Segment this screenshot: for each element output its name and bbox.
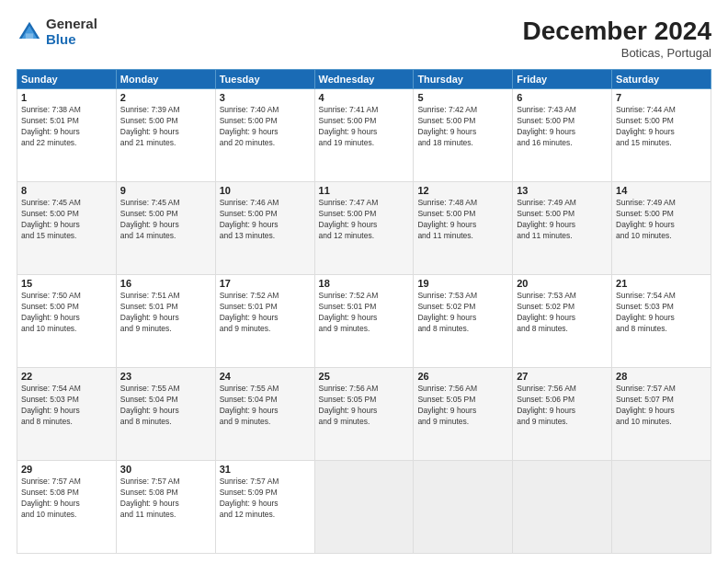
calendar-cell: 2Sunrise: 7:39 AM Sunset: 5:00 PM Daylig…	[116, 89, 215, 182]
day-info: Sunrise: 7:56 AM Sunset: 5:06 PM Dayligh…	[517, 384, 608, 428]
day-info: Sunrise: 7:47 AM Sunset: 5:00 PM Dayligh…	[319, 198, 410, 242]
calendar-week-row: 8Sunrise: 7:45 AM Sunset: 5:00 PM Daylig…	[17, 182, 711, 275]
page: General Blue December 2024 Boticas, Port…	[0, 0, 728, 563]
calendar-cell: 29Sunrise: 7:57 AM Sunset: 5:08 PM Dayli…	[17, 461, 117, 554]
day-number: 6	[517, 92, 608, 103]
day-number: 25	[319, 371, 410, 382]
day-header-friday: Friday	[513, 70, 612, 89]
day-number: 11	[319, 185, 410, 196]
day-header-tuesday: Tuesday	[215, 70, 314, 89]
day-number: 26	[417, 371, 508, 382]
calendar-cell: 7Sunrise: 7:44 AM Sunset: 5:00 PM Daylig…	[612, 89, 711, 182]
day-header-thursday: Thursday	[414, 70, 513, 89]
day-info: Sunrise: 7:56 AM Sunset: 5:05 PM Dayligh…	[319, 384, 410, 428]
day-info: Sunrise: 7:54 AM Sunset: 5:03 PM Dayligh…	[21, 384, 112, 428]
calendar-cell: 17Sunrise: 7:52 AM Sunset: 5:01 PM Dayli…	[215, 275, 314, 368]
day-number: 8	[21, 185, 112, 196]
day-number: 10	[220, 185, 311, 196]
day-header-wednesday: Wednesday	[314, 70, 414, 89]
month-title: December 2024	[523, 17, 711, 46]
calendar-cell: 15Sunrise: 7:50 AM Sunset: 5:00 PM Dayli…	[17, 275, 117, 368]
day-info: Sunrise: 7:55 AM Sunset: 5:04 PM Dayligh…	[120, 384, 211, 428]
day-number: 7	[616, 92, 707, 103]
calendar-week-row: 22Sunrise: 7:54 AM Sunset: 5:03 PM Dayli…	[17, 368, 711, 461]
calendar-cell: 13Sunrise: 7:49 AM Sunset: 5:00 PM Dayli…	[513, 182, 612, 275]
day-info: Sunrise: 7:39 AM Sunset: 5:00 PM Dayligh…	[120, 105, 211, 149]
day-number: 19	[417, 278, 508, 289]
day-number: 20	[517, 278, 608, 289]
calendar-cell: 14Sunrise: 7:49 AM Sunset: 5:00 PM Dayli…	[612, 182, 711, 275]
day-info: Sunrise: 7:53 AM Sunset: 5:02 PM Dayligh…	[417, 291, 508, 335]
calendar-cell: 23Sunrise: 7:55 AM Sunset: 5:04 PM Dayli…	[116, 368, 215, 461]
calendar-cell: 6Sunrise: 7:43 AM Sunset: 5:00 PM Daylig…	[513, 89, 612, 182]
calendar-cell: 27Sunrise: 7:56 AM Sunset: 5:06 PM Dayli…	[513, 368, 612, 461]
calendar-cell: 8Sunrise: 7:45 AM Sunset: 5:00 PM Daylig…	[17, 182, 117, 275]
day-header-monday: Monday	[116, 70, 215, 89]
day-number: 24	[220, 371, 311, 382]
calendar-cell: 5Sunrise: 7:42 AM Sunset: 5:00 PM Daylig…	[414, 89, 513, 182]
calendar-cell: 26Sunrise: 7:56 AM Sunset: 5:05 PM Dayli…	[414, 368, 513, 461]
calendar-cell: 4Sunrise: 7:41 AM Sunset: 5:00 PM Daylig…	[314, 89, 414, 182]
calendar-cell: 3Sunrise: 7:40 AM Sunset: 5:00 PM Daylig…	[215, 89, 314, 182]
calendar-cell: 22Sunrise: 7:54 AM Sunset: 5:03 PM Dayli…	[17, 368, 117, 461]
calendar-cell	[314, 461, 414, 554]
calendar-cell: 24Sunrise: 7:55 AM Sunset: 5:04 PM Dayli…	[215, 368, 314, 461]
day-info: Sunrise: 7:43 AM Sunset: 5:00 PM Dayligh…	[517, 105, 608, 149]
day-info: Sunrise: 7:40 AM Sunset: 5:00 PM Dayligh…	[220, 105, 311, 149]
svg-rect-2	[26, 33, 33, 39]
calendar-cell: 25Sunrise: 7:56 AM Sunset: 5:05 PM Dayli…	[314, 368, 414, 461]
day-info: Sunrise: 7:53 AM Sunset: 5:02 PM Dayligh…	[517, 291, 608, 335]
calendar-cell: 9Sunrise: 7:45 AM Sunset: 5:00 PM Daylig…	[116, 182, 215, 275]
day-info: Sunrise: 7:52 AM Sunset: 5:01 PM Dayligh…	[319, 291, 410, 335]
calendar-cell	[612, 461, 711, 554]
day-number: 15	[21, 278, 112, 289]
day-header-sunday: Sunday	[17, 70, 117, 89]
day-info: Sunrise: 7:49 AM Sunset: 5:00 PM Dayligh…	[616, 198, 707, 242]
day-number: 16	[120, 278, 211, 289]
logo-blue-text: Blue	[46, 32, 97, 48]
calendar-week-row: 29Sunrise: 7:57 AM Sunset: 5:08 PM Dayli…	[17, 461, 711, 554]
calendar-cell: 10Sunrise: 7:46 AM Sunset: 5:00 PM Dayli…	[215, 182, 314, 275]
day-info: Sunrise: 7:42 AM Sunset: 5:00 PM Dayligh…	[417, 105, 508, 149]
calendar-cell: 19Sunrise: 7:53 AM Sunset: 5:02 PM Dayli…	[414, 275, 513, 368]
day-number: 5	[417, 92, 508, 103]
logo-general-text: General	[46, 17, 97, 32]
calendar-cell: 30Sunrise: 7:57 AM Sunset: 5:08 PM Dayli…	[116, 461, 215, 554]
day-number: 3	[220, 92, 311, 103]
calendar-cell: 1Sunrise: 7:38 AM Sunset: 5:01 PM Daylig…	[17, 89, 117, 182]
header: General Blue December 2024 Boticas, Port…	[17, 17, 711, 60]
calendar-week-row: 15Sunrise: 7:50 AM Sunset: 5:00 PM Dayli…	[17, 275, 711, 368]
subtitle: Boticas, Portugal	[523, 46, 711, 60]
day-info: Sunrise: 7:52 AM Sunset: 5:01 PM Dayligh…	[220, 291, 311, 335]
day-header-saturday: Saturday	[612, 70, 711, 89]
logo-text: General Blue	[46, 17, 97, 47]
calendar-cell: 21Sunrise: 7:54 AM Sunset: 5:03 PM Dayli…	[612, 275, 711, 368]
day-info: Sunrise: 7:56 AM Sunset: 5:05 PM Dayligh…	[417, 384, 508, 428]
day-number: 30	[120, 464, 211, 475]
day-number: 12	[417, 185, 508, 196]
day-number: 1	[21, 92, 112, 103]
day-info: Sunrise: 7:49 AM Sunset: 5:00 PM Dayligh…	[517, 198, 608, 242]
day-number: 17	[220, 278, 311, 289]
day-number: 28	[616, 371, 707, 382]
title-block: December 2024 Boticas, Portugal	[523, 17, 711, 60]
day-info: Sunrise: 7:57 AM Sunset: 5:09 PM Dayligh…	[220, 477, 311, 521]
day-info: Sunrise: 7:50 AM Sunset: 5:00 PM Dayligh…	[21, 291, 112, 335]
day-info: Sunrise: 7:55 AM Sunset: 5:04 PM Dayligh…	[220, 384, 311, 428]
day-number: 2	[120, 92, 211, 103]
day-number: 23	[120, 371, 211, 382]
calendar-cell: 16Sunrise: 7:51 AM Sunset: 5:01 PM Dayli…	[116, 275, 215, 368]
calendar-cell: 31Sunrise: 7:57 AM Sunset: 5:09 PM Dayli…	[215, 461, 314, 554]
calendar-header-row: SundayMondayTuesdayWednesdayThursdayFrid…	[17, 70, 711, 89]
calendar-cell	[513, 461, 612, 554]
calendar-cell: 20Sunrise: 7:53 AM Sunset: 5:02 PM Dayli…	[513, 275, 612, 368]
day-info: Sunrise: 7:45 AM Sunset: 5:00 PM Dayligh…	[21, 198, 112, 242]
calendar-week-row: 1Sunrise: 7:38 AM Sunset: 5:01 PM Daylig…	[17, 89, 711, 182]
logo: General Blue	[17, 17, 97, 47]
day-info: Sunrise: 7:38 AM Sunset: 5:01 PM Dayligh…	[21, 105, 112, 149]
day-number: 4	[319, 92, 410, 103]
day-info: Sunrise: 7:57 AM Sunset: 5:07 PM Dayligh…	[616, 384, 707, 428]
calendar-cell: 11Sunrise: 7:47 AM Sunset: 5:00 PM Dayli…	[314, 182, 414, 275]
day-number: 18	[319, 278, 410, 289]
day-info: Sunrise: 7:57 AM Sunset: 5:08 PM Dayligh…	[21, 477, 112, 521]
